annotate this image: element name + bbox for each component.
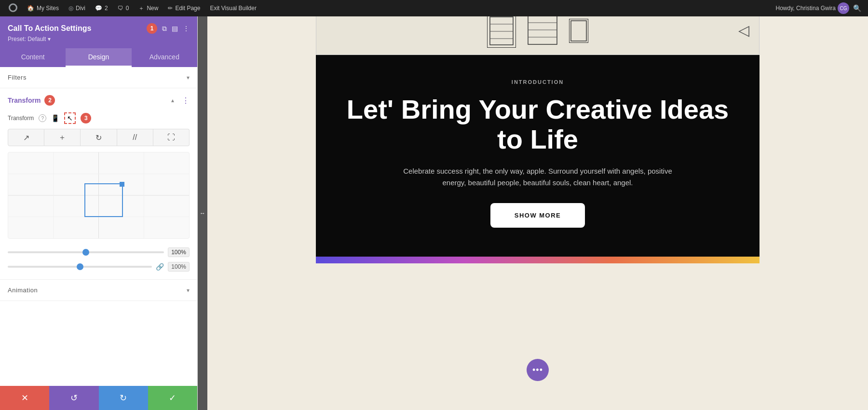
sketch-rect-2	[569, 19, 588, 43]
undo-button[interactable]: ↺	[49, 386, 98, 410]
edit-page-item[interactable]: ✏ Edit Page	[164, 0, 204, 16]
comments-icon: 💬	[95, 5, 102, 12]
cancel-button[interactable]: ✕	[0, 386, 49, 410]
cancel-icon: ✕	[21, 393, 28, 403]
panel-title: Call To Action Settings	[8, 24, 91, 33]
svg-rect-11	[528, 16, 557, 44]
transform-type-row: ↗ ＋ ↻ // ⛶	[0, 129, 197, 152]
wp-logo-item[interactable]	[5, 0, 21, 16]
wordpress-icon	[9, 3, 17, 14]
slider-thumb-x[interactable]	[82, 249, 89, 256]
new-item[interactable]: ＋ New	[135, 0, 162, 16]
tab-design[interactable]: Design	[66, 48, 131, 67]
undo-icon: ↺	[70, 393, 78, 403]
animation-section: Animation ▾	[0, 280, 197, 301]
link-icon[interactable]: 🔗	[156, 263, 164, 271]
svg-rect-15	[571, 21, 586, 41]
animation-section-header[interactable]: Animation ▾	[0, 280, 197, 301]
sketch-rect-1	[487, 16, 516, 48]
device-icon[interactable]: 📱	[51, 114, 59, 122]
admin-bar-right: Howdy, Christina Gwira CG 🔍	[776, 2, 863, 14]
filters-section: Filters ▾	[0, 67, 197, 88]
dots-icon: •••	[532, 365, 543, 375]
step-badge-3: 3	[81, 113, 91, 123]
sketch-svg-1	[488, 16, 515, 47]
transform-more-icon[interactable]: ⋮	[182, 96, 190, 105]
slider-value-y: 100%	[168, 262, 190, 272]
transform-header: Transform 2 ▴ ⋮	[0, 88, 197, 110]
sketch-svg-3	[570, 19, 588, 42]
bubble-icon: 🗨	[118, 5, 123, 12]
pencil-icon: ✏	[168, 5, 173, 12]
divi-label: Divi	[76, 5, 85, 12]
tab-content[interactable]: Content	[0, 48, 66, 67]
step-badge-1: 1	[147, 23, 157, 34]
preset-text: Preset: Default	[8, 36, 46, 42]
move-icon: ↗	[23, 133, 29, 142]
howdy-text: Howdy, Christina Gwira	[776, 5, 836, 12]
avatar[interactable]: CG	[838, 2, 849, 14]
plus-icon: ＋	[138, 4, 144, 13]
help-icon[interactable]: ?	[39, 114, 46, 122]
transform-scale-btn[interactable]: ⛶	[153, 129, 190, 146]
transform-slider-x: 100%	[0, 245, 197, 260]
more-icon[interactable]: ⋮	[183, 25, 190, 32]
cta-button[interactable]: SHOW MORE	[490, 203, 585, 228]
gradient-bar	[316, 257, 760, 263]
transform-move-btn[interactable]: ↗	[8, 129, 44, 146]
cta-heading: Let' Bring Your Creative Ideas to Life	[335, 95, 740, 154]
save-button[interactable]: ✓	[148, 386, 197, 410]
panel-header: Call To Action Settings 1 ⧉ ▤ ⋮ Preset: …	[0, 16, 197, 48]
floating-menu-button[interactable]: •••	[527, 359, 549, 381]
transform-handle[interactable]	[120, 182, 124, 187]
slider-thumb-y[interactable]	[77, 263, 83, 270]
resize-handle[interactable]: ↔	[198, 16, 207, 410]
redo-icon: ↻	[120, 393, 127, 403]
panel-body: Filters ▾ Transform 2 ▴ ⋮ Transform ?	[0, 67, 197, 386]
preview-area: ◁ INTRODUCTION Let' Bring Your Creative …	[207, 16, 868, 410]
sketch-svg-2	[523, 16, 562, 49]
transform-rotate-btn[interactable]: ↻	[81, 129, 117, 146]
transform-add-btn[interactable]: ＋	[44, 129, 81, 146]
sketch-arrow-icon: ◁	[738, 22, 749, 39]
main-layout: Call To Action Settings 1 ⧉ ▤ ⋮ Preset: …	[0, 16, 868, 410]
preview-content: ◁ INTRODUCTION Let' Bring Your Creative …	[316, 16, 760, 263]
comments-item[interactable]: 💬 2	[91, 0, 112, 16]
left-panel: Call To Action Settings 1 ⧉ ▤ ⋮ Preset: …	[0, 16, 198, 410]
sites-icon: 🏠	[27, 5, 34, 12]
transform-visual	[8, 152, 190, 239]
animation-title: Animation	[8, 287, 38, 294]
transform-preview-box	[84, 183, 123, 217]
filters-section-header[interactable]: Filters ▾	[0, 67, 197, 88]
slider-track-x[interactable]	[8, 251, 164, 253]
cursor-box[interactable]: ↖	[64, 112, 76, 124]
transform-label: Transform	[8, 115, 34, 122]
animation-chevron-down-icon: ▾	[187, 287, 190, 294]
transform-chevron-up-icon[interactable]: ▴	[171, 97, 174, 104]
transform-slider-y-row: 🔗 100%	[0, 260, 197, 279]
resize-icon: ↔	[200, 210, 205, 217]
cta-body: Celebrate success right, the only way, a…	[398, 165, 678, 189]
exit-builder-label: Exit Visual Builder	[210, 5, 257, 12]
preset-arrow: ▾	[48, 36, 51, 42]
cta-section: INTRODUCTION Let' Bring Your Creative Id…	[316, 55, 760, 257]
columns-icon[interactable]: ▤	[172, 25, 178, 32]
bubble-item[interactable]: 🗨 0	[114, 0, 133, 16]
my-sites-item[interactable]: 🏠 My Sites	[23, 0, 63, 16]
search-icon[interactable]: 🔍	[851, 2, 863, 14]
svg-rect-7	[490, 17, 513, 45]
transform-section: Transform 2 ▴ ⋮ Transform ? 📱 ↖	[0, 88, 197, 280]
slider-value-x: 100%	[168, 247, 190, 257]
slider-track-y[interactable]	[8, 266, 152, 268]
exit-builder-item[interactable]: Exit Visual Builder	[206, 0, 260, 16]
transform-skew-btn[interactable]: //	[117, 129, 153, 146]
tab-advanced[interactable]: Advanced	[132, 48, 197, 67]
redo-button[interactable]: ↻	[99, 386, 148, 410]
divi-item[interactable]: ◎ Divi	[65, 0, 89, 16]
new-label: New	[147, 5, 158, 12]
panel-footer: ✕ ↺ ↻ ✓	[0, 386, 197, 410]
window-icon[interactable]: ⧉	[162, 25, 167, 33]
bubble-count: 0	[126, 5, 129, 12]
panel-header-top: Call To Action Settings 1 ⧉ ▤ ⋮	[8, 23, 190, 34]
sketch-decorations	[487, 16, 588, 51]
